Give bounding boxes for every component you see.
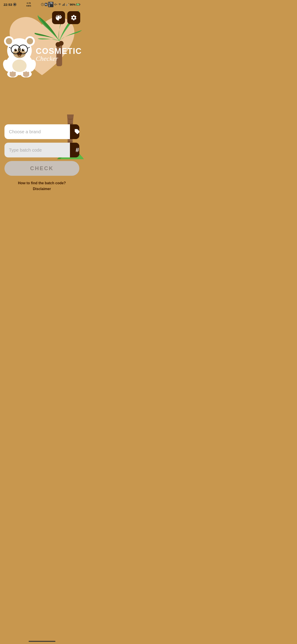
svg-point-22 — [59, 41, 64, 46]
title-checker: Checker — [36, 55, 82, 62]
bottom-links: How to find the batch code? Disclaimer — [4, 181, 79, 197]
palette-button[interactable] — [52, 11, 65, 24]
app-title: COSMETIC Checker — [36, 47, 82, 62]
svg-rect-12 — [67, 4, 67, 6]
svg-point-50 — [12, 71, 14, 74]
status-network: 0.78 KB/S — [26, 2, 31, 7]
svg-point-49 — [9, 72, 12, 74]
settings-button[interactable] — [67, 11, 80, 24]
batch-input[interactable] — [4, 143, 70, 158]
lte-icon: LTE2 — [48, 2, 53, 7]
brand-input[interactable] — [4, 124, 70, 139]
title-cosmetic: COSMETIC — [36, 47, 82, 55]
recording-icon — [13, 3, 16, 6]
status-icons: N LTE2 96% — [41, 2, 80, 7]
hash-icon: # — [75, 146, 79, 154]
wifi-icon — [58, 3, 61, 6]
svg-point-6 — [59, 5, 60, 6]
svg-point-42 — [16, 49, 16, 50]
svg-rect-9 — [64, 4, 64, 6]
main-scene: COSMETIC Checker — [0, 8, 84, 138]
how-to-link[interactable]: How to find the batch code? — [4, 181, 79, 185]
svg-point-54 — [27, 72, 29, 74]
nfc-icon: N — [45, 3, 47, 6]
settings-icon — [70, 14, 77, 21]
clock-icon — [41, 3, 44, 6]
svg-point-28 — [27, 38, 33, 44]
svg-rect-17 — [80, 4, 80, 5]
brand-tag-button[interactable] — [70, 124, 79, 139]
svg-point-43 — [23, 49, 24, 50]
mute-icon — [54, 3, 57, 6]
bear-illustration — [1, 33, 38, 78]
svg-point-53 — [25, 71, 27, 74]
svg-point-0 — [14, 4, 16, 5]
svg-point-41 — [22, 49, 24, 52]
svg-marker-3 — [54, 4, 55, 5]
disclaimer-link[interactable]: Disclaimer — [4, 187, 79, 191]
svg-rect-8 — [63, 4, 63, 6]
brand-input-row — [4, 124, 79, 139]
status-bar: 22:53 0.78 KB/S N LTE2 96% — [0, 0, 84, 8]
svg-rect-7 — [62, 5, 63, 6]
battery-text: 96% — [70, 3, 75, 6]
svg-point-26 — [6, 38, 12, 44]
status-time: 22:53 — [3, 3, 16, 6]
batch-hash-button[interactable]: # — [70, 143, 79, 158]
svg-point-52 — [23, 72, 25, 74]
svg-point-44 — [12, 60, 26, 72]
check-button[interactable]: CHECK — [4, 161, 79, 176]
app-wrapper: 22:53 0.78 KB/S N LTE2 96% — [0, 0, 84, 197]
form-area: # CHECK How to find the batch code? Disc… — [0, 124, 84, 197]
svg-rect-11 — [66, 5, 67, 6]
bear-svg — [1, 33, 38, 77]
tag-icon — [74, 128, 79, 135]
svg-point-40 — [14, 49, 17, 52]
palette-icon — [55, 14, 62, 21]
svg-rect-13 — [67, 4, 68, 6]
signal-x-icon — [66, 3, 69, 6]
signal-icon — [62, 3, 65, 6]
svg-point-51 — [14, 72, 16, 74]
battery-icon — [76, 3, 80, 6]
svg-rect-10 — [64, 3, 65, 6]
top-buttons — [52, 11, 80, 24]
batch-input-row: # — [4, 143, 79, 158]
